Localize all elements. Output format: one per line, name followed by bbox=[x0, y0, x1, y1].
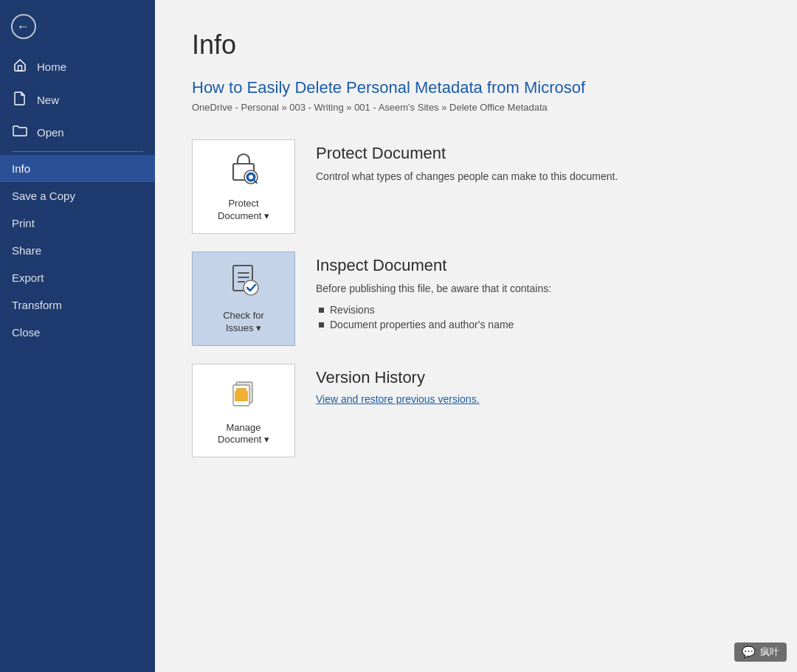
wechat-badge: 💬 疯叶 bbox=[734, 642, 787, 662]
sidebar-item-new[interactable]: New bbox=[0, 83, 155, 117]
version-history-info: Version History View and restore previou… bbox=[316, 364, 760, 405]
svg-rect-10 bbox=[235, 391, 248, 401]
open-icon bbox=[12, 124, 28, 141]
manage-document-button-label: ManageDocument ▾ bbox=[218, 422, 269, 447]
sidebar-divider bbox=[12, 151, 143, 152]
version-history-link[interactable]: View and restore previous versions. bbox=[316, 393, 760, 405]
bullet-revisions: Revisions bbox=[319, 302, 760, 317]
sidebar: ← Home New Open In bbox=[0, 0, 155, 672]
protect-document-desc: Control what types of changes people can… bbox=[316, 169, 760, 184]
bullet-square-icon-2 bbox=[319, 322, 324, 328]
protect-document-title: Protect Document bbox=[316, 144, 760, 163]
back-button[interactable]: ← bbox=[6, 6, 41, 47]
inspect-document-info: Inspect Document Before publishing this … bbox=[316, 252, 760, 332]
protect-document-card: ProtectDocument ▾ Protect Document Contr… bbox=[192, 139, 760, 234]
bullet-properties-text: Document properties and author's name bbox=[330, 319, 514, 330]
sidebar-item-print[interactable]: Print bbox=[0, 209, 155, 237]
document-title: How to Easily Delete Personal Metadata f… bbox=[192, 78, 760, 97]
inspect-document-title: Inspect Document bbox=[316, 256, 760, 275]
inspect-document-desc: Before publishing this file, be aware th… bbox=[316, 281, 760, 297]
new-icon bbox=[12, 91, 28, 109]
protect-document-button[interactable]: ProtectDocument ▾ bbox=[192, 139, 295, 234]
bullet-revisions-text: Revisions bbox=[330, 304, 375, 316]
protect-document-button-label: ProtectDocument ▾ bbox=[218, 198, 269, 223]
sidebar-item-share[interactable]: Share bbox=[0, 237, 155, 264]
document-path: OneDrive - Personal » 003 - Writing » 00… bbox=[192, 102, 760, 113]
manage-document-button[interactable]: ManageDocument ▾ bbox=[192, 364, 295, 458]
bullet-properties: Document properties and author's name bbox=[319, 317, 760, 332]
sidebar-item-transform[interactable]: Transform bbox=[0, 291, 155, 319]
sidebar-new-label: New bbox=[37, 94, 59, 106]
svg-point-4 bbox=[249, 175, 253, 179]
wechat-icon: 💬 bbox=[742, 645, 756, 659]
sidebar-info-label: Info bbox=[12, 162, 30, 175]
version-history-title: Version History bbox=[316, 368, 760, 387]
protect-document-icon bbox=[226, 150, 261, 189]
inspect-document-card: Check forIssues ▾ Inspect Document Befor… bbox=[192, 252, 760, 346]
svg-rect-0 bbox=[18, 66, 22, 71]
bullet-square-icon bbox=[319, 308, 324, 313]
protect-document-info: Protect Document Control what types of c… bbox=[316, 139, 760, 190]
sidebar-item-export[interactable]: Export bbox=[0, 264, 155, 291]
manage-document-icon bbox=[226, 375, 261, 413]
sidebar-item-home[interactable]: Home bbox=[0, 50, 155, 83]
sidebar-save-copy-label: Save a Copy bbox=[12, 190, 75, 202]
check-for-issues-button-label: Check forIssues ▾ bbox=[223, 310, 264, 335]
sidebar-home-label: Home bbox=[37, 60, 66, 73]
sidebar-item-open[interactable]: Open bbox=[0, 117, 155, 148]
sidebar-share-label: Share bbox=[12, 244, 41, 257]
inspect-document-icon bbox=[226, 263, 261, 301]
sidebar-print-label: Print bbox=[12, 217, 35, 229]
home-icon bbox=[12, 58, 28, 76]
inspect-document-bullets: Revisions Document properties and author… bbox=[319, 302, 760, 332]
check-for-issues-button[interactable]: Check forIssues ▾ bbox=[192, 252, 295, 346]
sidebar-open-label: Open bbox=[37, 126, 64, 139]
wechat-label: 疯叶 bbox=[760, 645, 779, 659]
sidebar-item-save-copy[interactable]: Save a Copy bbox=[0, 182, 155, 209]
version-history-card: ManageDocument ▾ Version History View an… bbox=[192, 364, 760, 458]
sidebar-close-label: Close bbox=[12, 326, 40, 339]
page-title: Info bbox=[192, 30, 760, 60]
sidebar-item-close[interactable]: Close bbox=[0, 319, 155, 346]
main-content: Info How to Easily Delete Personal Metad… bbox=[155, 0, 797, 672]
back-arrow-icon: ← bbox=[16, 19, 30, 35]
sidebar-transform-label: Transform bbox=[12, 299, 62, 311]
sidebar-export-label: Export bbox=[12, 271, 44, 284]
svg-point-6 bbox=[244, 280, 258, 295]
sidebar-item-info[interactable]: Info bbox=[0, 155, 155, 182]
